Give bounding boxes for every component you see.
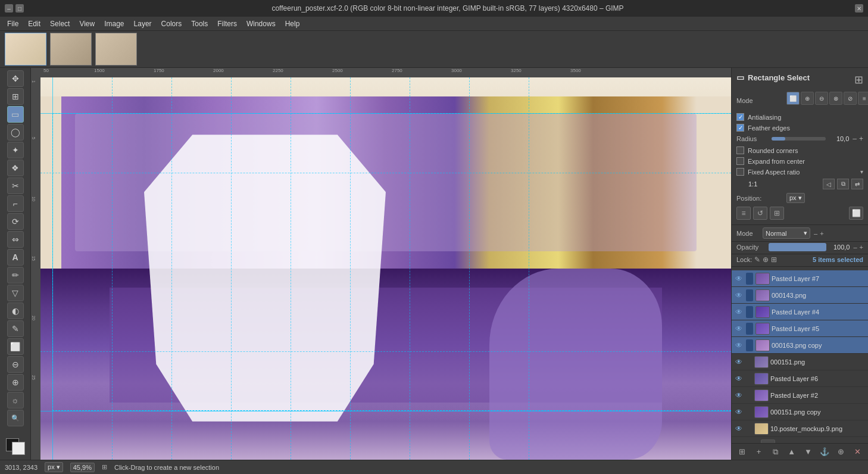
layer-item-layergroup[interactable]: 👁 ▶ ⊞ Layer Group [732,437,868,443]
layer-item-pasted5[interactable]: 👁 Pasted Layer #5 [732,320,868,337]
color-select-button[interactable]: ✂ [7,177,24,194]
heal-button[interactable]: ⊕ [7,374,24,391]
layer-item-10poster[interactable]: 👁 10.poster_mockup.9.png [732,420,868,437]
rounded-corners-option[interactable]: Rounded corners [736,146,863,154]
canvas-area[interactable]: 50 1500 1750 2000 2250 2500 2750 3000 32… [31,68,731,460]
action-btn1[interactable]: ≡ [736,207,751,220]
image-tab-2[interactable] [50,33,92,66]
expand-center-checkbox[interactable] [736,157,744,165]
menu-colors[interactable]: Colors [157,18,187,29]
layers-mode-dropdown[interactable]: Normal ▾ [763,227,810,239]
layer-item-pasted7[interactable]: 👁 Pasted Layer #7 [732,270,868,287]
move-tool-button[interactable]: ✥ [7,70,24,87]
layer-item-pasted4[interactable]: 👁 Pasted Layer #4 [732,304,868,320]
layer-visibility-000151copy[interactable]: 👁 [734,407,744,417]
pencil-button[interactable]: ✎ [7,320,24,337]
antialiasing-checkbox[interactable]: ✓ [736,113,744,121]
layer-visibility-pasted4[interactable]: 👁 [734,307,744,317]
menu-image[interactable]: Image [99,18,129,29]
menu-tools[interactable]: Tools [186,18,213,29]
menu-layer[interactable]: Layer [129,18,157,29]
layer-item-000143[interactable]: 👁 000143.png [732,287,868,304]
opacity-minus-btn[interactable]: – [853,244,857,251]
layer-visibility-000151[interactable]: 👁 [734,357,744,367]
menu-file[interactable]: File [2,18,23,29]
action-btn2[interactable]: ↺ [753,207,767,220]
layer-visibility-pasted5[interactable]: 👁 [734,324,744,333]
new-layer-group-button[interactable]: ⊞ [736,445,749,459]
merge-layer-button[interactable]: ⊕ [835,445,848,459]
maximize-button[interactable]: □ [15,4,24,13]
aspect-back-btn[interactable]: ◁ [823,179,835,189]
layer-up-button[interactable]: ▲ [785,445,798,459]
layer-item-pasted6[interactable]: 👁 Pasted Layer #6 [732,370,868,387]
fuzzy-select-button[interactable]: ❖ [7,160,24,176]
layer-visibility-pasted7[interactable]: 👁 [734,274,744,283]
crop-button[interactable]: ⌐ [7,195,24,212]
image-tab-1[interactable] [5,33,46,66]
aspect-swap-btn[interactable]: ⇄ [851,179,863,189]
coordinate-unit-select[interactable]: px ▾ [45,462,63,472]
align-tool-button[interactable]: ⊞ [7,88,24,105]
mode-subtract-button[interactable]: ⊖ [815,92,828,105]
lock-alpha-icon[interactable]: ⊞ [771,255,777,264]
dodge-button[interactable]: ☼ [7,392,24,408]
text-button[interactable]: A [7,249,24,266]
fixed-aspect-ratio-option[interactable]: Fixed Aspect ratio ▾ [736,168,863,176]
aspect-dropdown-arrow[interactable]: ▾ [860,169,863,175]
position-unit-select[interactable]: px ▾ [786,193,805,203]
feather-edges-checkbox[interactable]: ✓ [736,124,744,132]
layer-visibility-000143[interactable]: 👁 [734,291,744,300]
layer-visibility-pasted6[interactable]: 👁 [734,374,744,383]
rounded-corners-checkbox[interactable] [736,146,744,154]
layer-item-000163copy[interactable]: 👁 000163.png copy [732,337,868,354]
mode-btn5[interactable]: ⊘ [844,92,857,105]
layer-visibility-000163copy[interactable]: 👁 [734,341,744,350]
eraser-button[interactable]: ⬜ [7,338,24,355]
paint-button[interactable]: ✏ [7,267,24,283]
opacity-slider[interactable] [769,243,826,251]
menu-edit[interactable]: Edit [23,18,45,29]
menu-help[interactable]: Help [280,18,305,29]
menu-select[interactable]: Select [45,18,74,29]
lock-pixels-icon[interactable]: ✎ [754,255,760,264]
flip-button[interactable]: ⇔ [7,231,24,248]
minimize-button[interactable]: – [5,4,13,13]
menu-filters[interactable]: Filters [213,18,242,29]
menu-view[interactable]: View [74,18,99,29]
mode-btn6[interactable]: ≡ [858,92,868,105]
close-button[interactable]: ✕ [855,4,863,13]
opacity-plus-btn[interactable]: + [860,244,863,251]
layer-down-button[interactable]: ▼ [801,445,814,459]
background-color-swatch[interactable] [12,442,25,455]
new-layer-button[interactable]: + [752,445,765,459]
layer-visibility-pasted2[interactable]: 👁 [734,391,744,400]
aspect-copy-btn[interactable]: ⧉ [837,179,849,189]
ellipse-select-button[interactable]: ◯ [7,124,24,141]
panel-expand-icon[interactable]: ⊞ [854,73,863,86]
mode-intersect-button[interactable]: ⊗ [829,92,842,105]
layer-visibility-10poster[interactable]: 👁 [734,424,744,434]
feather-edges-option[interactable]: ✓ Feather edges [736,124,863,132]
zoom-fit-button[interactable]: ⊞ [102,463,107,471]
action-btn3[interactable]: ⊞ [770,207,784,220]
duplicate-layer-button[interactable]: ⧉ [769,445,782,459]
anchor-layer-button[interactable]: ⚓ [818,445,831,459]
antialiasing-option[interactable]: ✓ Antialiasing [736,113,863,121]
layer-item-pasted2[interactable]: 👁 Pasted Layer #2 [732,387,868,404]
delete-layer-button[interactable]: ✕ [851,445,864,459]
fixed-aspect-checkbox[interactable] [736,168,744,176]
lock-position-icon[interactable]: ⊕ [763,255,769,264]
radius-plus-btn[interactable]: + [859,135,863,143]
free-select-button[interactable]: ✦ [7,142,24,158]
layer-item-000151[interactable]: 👁 000151.png [732,354,868,370]
transform-button[interactable]: ⟳ [7,213,24,230]
rectangle-select-button[interactable]: ▭ [7,106,24,123]
clone-button[interactable]: ⊖ [7,356,24,373]
blend-button[interactable]: ◐ [7,303,24,319]
expand-from-center-option[interactable]: Expand from center [736,157,863,165]
action-btn4[interactable]: ⬜ [849,207,863,220]
image-tab-3[interactable] [95,33,137,66]
canvas-content[interactable] [40,77,731,460]
mode-plus-btn[interactable]: + [820,230,823,237]
